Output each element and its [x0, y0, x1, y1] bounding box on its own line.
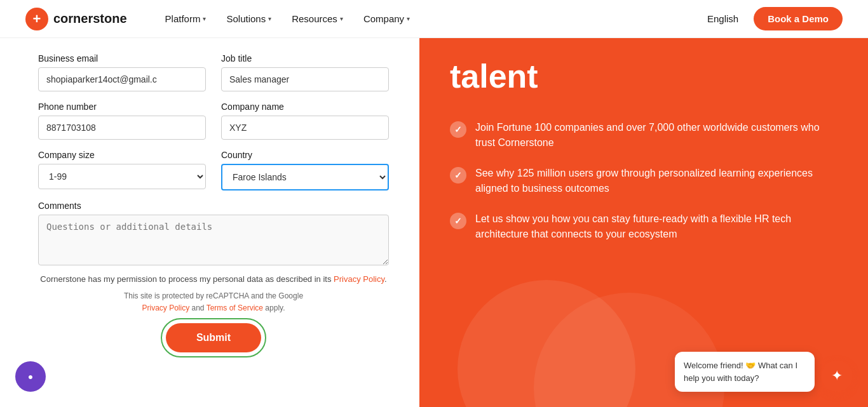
nav-right: English Book a Demo	[707, 7, 843, 30]
benefit-text: See why 125 million users grow through p…	[475, 166, 832, 196]
logo-icon	[25, 8, 48, 30]
company-size-select[interactable]: 1-99 100-499 500-999 1000+	[38, 164, 206, 189]
chevron-down-icon: ▾	[203, 15, 206, 22]
nav-solutions[interactable]: Solutions ▾	[226, 13, 271, 24]
nav-resources[interactable]: Resources ▾	[292, 13, 343, 24]
comments-textarea[interactable]	[38, 215, 389, 265]
terms-of-service-link[interactable]: Terms of Service	[207, 304, 263, 312]
chat-bubble: Welcome friend! 🤝 What can I help you wi…	[675, 352, 815, 392]
chevron-down-icon: ▾	[340, 15, 343, 22]
job-title-input[interactable]	[221, 67, 389, 91]
submit-btn-container: Submit	[166, 323, 261, 352]
company-name-input[interactable]	[221, 116, 389, 140]
benefit-text: Let us show you how you can stay future-…	[475, 211, 832, 242]
country-group: Country Faroe Islands United States Unit…	[221, 150, 389, 190]
row-phone-company: Phone number Company name	[38, 102, 389, 140]
country-select[interactable]: Faroe Islands United States United Kingd…	[221, 164, 389, 190]
job-title-label: Job title	[221, 53, 389, 63]
company-name-label: Company name	[221, 102, 389, 112]
chat-icon[interactable]: ✦	[821, 360, 853, 392]
benefit-item: Let us show you how you can stay future-…	[450, 211, 832, 242]
form-panel: Business email Job title Phone number Co…	[0, 38, 419, 407]
privacy-policy-link[interactable]: Privacy Policy	[334, 274, 384, 284]
privacy-policy-link2[interactable]: Privacy Policy	[142, 304, 190, 312]
company-size-label: Company size	[38, 150, 206, 160]
logo[interactable]: cornerstone	[25, 8, 127, 30]
benefit-list: Join Fortune 100 companies and over 7,00…	[450, 120, 832, 242]
check-icon	[450, 213, 466, 229]
benefit-item: See why 125 million users grow through p…	[450, 166, 832, 196]
country-label: Country	[221, 150, 389, 160]
phone-group: Phone number	[38, 102, 206, 140]
business-email-input[interactable]	[38, 67, 206, 91]
chevron-down-icon: ▾	[407, 15, 410, 22]
phone-input[interactable]	[38, 116, 206, 140]
submit-wrapper: Submit	[38, 323, 389, 352]
recaptcha-text: This site is protected by reCAPTCHA and …	[38, 290, 389, 314]
business-email-group: Business email	[38, 53, 206, 91]
business-email-label: Business email	[38, 53, 206, 63]
chat-message: Welcome friend! 🤝 What can I help you wi…	[684, 361, 797, 383]
consent-text: Cornerstone has my permission to process…	[38, 273, 389, 286]
panel-title: talent	[450, 58, 832, 95]
row-size-country: Company size 1-99 100-499 500-999 1000+ …	[38, 150, 389, 190]
company-name-group: Company name	[221, 102, 389, 140]
accessibility-icon[interactable]	[15, 361, 46, 392]
navigation: cornerstone Platform ▾ Solutions ▾ Resou…	[0, 0, 868, 38]
company-size-group: Company size 1-99 100-499 500-999 1000+	[38, 150, 206, 190]
book-demo-button[interactable]: Book a Demo	[754, 7, 843, 30]
benefit-text: Join Fortune 100 companies and over 7,00…	[475, 120, 832, 150]
nav-links: Platform ▾ Solutions ▾ Resources ▾ Compa…	[165, 13, 707, 24]
comments-group: Comments	[38, 201, 389, 265]
nav-platform[interactable]: Platform ▾	[165, 13, 207, 24]
nav-company[interactable]: Company ▾	[363, 13, 410, 24]
job-title-group: Job title	[221, 53, 389, 91]
check-icon	[450, 121, 466, 138]
benefit-item: Join Fortune 100 companies and over 7,00…	[450, 120, 832, 150]
logo-text: cornerstone	[53, 11, 127, 26]
phone-label: Phone number	[38, 102, 206, 112]
submit-button[interactable]: Submit	[166, 323, 261, 352]
language-selector[interactable]: English	[707, 13, 738, 24]
chat-widget: Welcome friend! 🤝 What can I help you wi…	[675, 352, 853, 392]
check-icon	[450, 167, 466, 183]
row-email-jobtitle: Business email Job title	[38, 53, 389, 91]
chevron-down-icon: ▾	[268, 15, 271, 22]
comments-label: Comments	[38, 201, 389, 211]
